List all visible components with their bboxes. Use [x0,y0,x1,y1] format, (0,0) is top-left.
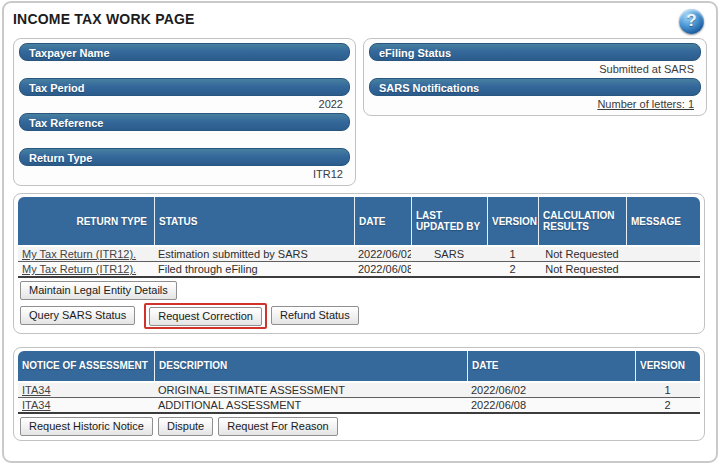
query-sars-status-button[interactable]: Query SARS Status [20,306,135,325]
calculation-results-cell: Not Requested [538,245,626,262]
request-for-reason-button[interactable]: Request For Reason [218,417,338,436]
taxpayer-name-header: Taxpayer Name [19,43,350,61]
notice-cell: ITA34 [18,381,154,398]
my-tax-return-link[interactable]: My Tax Return (ITR12). [22,263,136,275]
version-cell: 1 [487,245,538,262]
return-type-cell: My Tax Return (ITR12). [18,245,154,262]
last-updated-by-cell: SARS [411,245,487,262]
return-type-header: Return Type [19,148,350,166]
col-calculation-results: CALCULATION RESULTS [538,197,626,245]
efiling-status-value: Submitted at SARS [369,61,701,78]
info-panels: Taxpayer Name Tax Period 2022 Tax Refere… [13,38,707,186]
col-notice-version: VERSION [635,351,700,381]
return-row-2: My Tax Return (ITR12). Filed through eFi… [18,262,700,278]
refund-status-button[interactable]: Refund Status [271,306,359,325]
notice-version-cell: 2 [635,398,700,414]
request-correction-button[interactable]: Request Correction [149,307,262,326]
notice-date-cell: 2022/06/08 [467,398,635,414]
notice-date-cell: 2022/06/02 [467,381,635,398]
col-message: MESSAGE [626,197,700,245]
col-status: STATUS [154,197,354,245]
sars-notifications-header: SARS Notifications [369,78,701,96]
notice-row-2: ITA34 ADDITIONAL ASSESSMENT 2022/06/08 2 [18,398,700,414]
request-correction-highlight: Request Correction [144,303,267,328]
notices-section: NOTICE OF ASSESSMENT DESCRIPTION DATE VE… [13,347,705,441]
request-historic-notice-button[interactable]: Request Historic Notice [20,417,153,436]
message-cell [626,245,700,262]
page-title: INCOME TAX WORK PAGE [13,8,195,27]
returns-section: RETURN TYPE STATUS DATE LAST UPDATED BY … [13,193,705,334]
help-icon[interactable]: ? [679,9,704,34]
col-date: DATE [354,197,411,245]
number-of-letters-link[interactable]: Number of letters: 1 [597,98,694,110]
status-cell: Filed through eFiling [154,262,354,278]
return-type-value: ITR12 [19,166,350,183]
calculation-results-cell: Not Requested [538,262,626,278]
efiling-status-header: eFiling Status [369,43,701,61]
my-tax-return-link[interactable]: My Tax Return (ITR12). [22,248,136,260]
status-cell: Estimation submitted by SARS [154,245,354,262]
notice-version-cell: 1 [635,381,700,398]
notices-buttons-row: Request Historic NoticeDisputeRequest Fo… [20,417,700,436]
notice-cell: ITA34 [18,398,154,414]
tax-period-header: Tax Period [19,78,350,96]
col-version: VERSION [487,197,538,245]
col-return-type: RETURN TYPE [18,197,154,245]
returns-table: RETURN TYPE STATUS DATE LAST UPDATED BY … [18,197,700,278]
message-cell [626,262,700,278]
col-description: DESCRIPTION [154,351,467,381]
ita34-link[interactable]: ITA34 [22,399,51,411]
last-updated-by-cell [411,262,487,278]
notices-table: NOTICE OF ASSESSMENT DESCRIPTION DATE VE… [18,351,700,414]
status-info-panel: eFiling Status Submitted at SARS SARS No… [363,38,707,116]
return-type-cell: My Tax Return (ITR12). [18,262,154,278]
return-row-1: My Tax Return (ITR12). Estimation submit… [18,245,700,262]
col-notice-of-assessment: NOTICE OF ASSESSMENT [18,351,154,381]
dispute-button[interactable]: Dispute [158,417,213,436]
work-page-frame: INCOME TAX WORK PAGE ? Taxpayer Name Tax… [2,1,718,463]
title-row: INCOME TAX WORK PAGE ? [13,8,707,38]
version-cell: 2 [487,262,538,278]
returns-buttons-row-2: Query SARS StatusRequest CorrectionRefun… [20,303,700,328]
sars-notifications-value: Number of letters: 1 [369,96,701,113]
description-cell: ORIGINAL ESTIMATE ASSESSMENT [154,381,467,398]
maintain-legal-entity-details-button[interactable]: Maintain Legal Entity Details [20,281,177,300]
taxpayer-name-value [19,61,350,78]
tax-reference-header: Tax Reference [19,113,350,131]
tax-reference-value [19,131,350,148]
ita34-link[interactable]: ITA34 [22,384,51,396]
col-notice-date: DATE [467,351,635,381]
returns-header-row: RETURN TYPE STATUS DATE LAST UPDATED BY … [18,197,700,245]
date-cell: 2022/06/02 [354,245,411,262]
description-cell: ADDITIONAL ASSESSMENT [154,398,467,414]
notice-row-1: ITA34 ORIGINAL ESTIMATE ASSESSMENT 2022/… [18,381,700,398]
taxpayer-info-panel: Taxpayer Name Tax Period 2022 Tax Refere… [13,38,356,186]
returns-buttons-row-1: Maintain Legal Entity Details [20,281,700,300]
date-cell: 2022/06/08 [354,262,411,278]
tax-period-value: 2022 [19,96,350,113]
col-last-updated-by: LAST UPDATED BY [411,197,487,245]
notices-header-row: NOTICE OF ASSESSMENT DESCRIPTION DATE VE… [18,351,700,381]
